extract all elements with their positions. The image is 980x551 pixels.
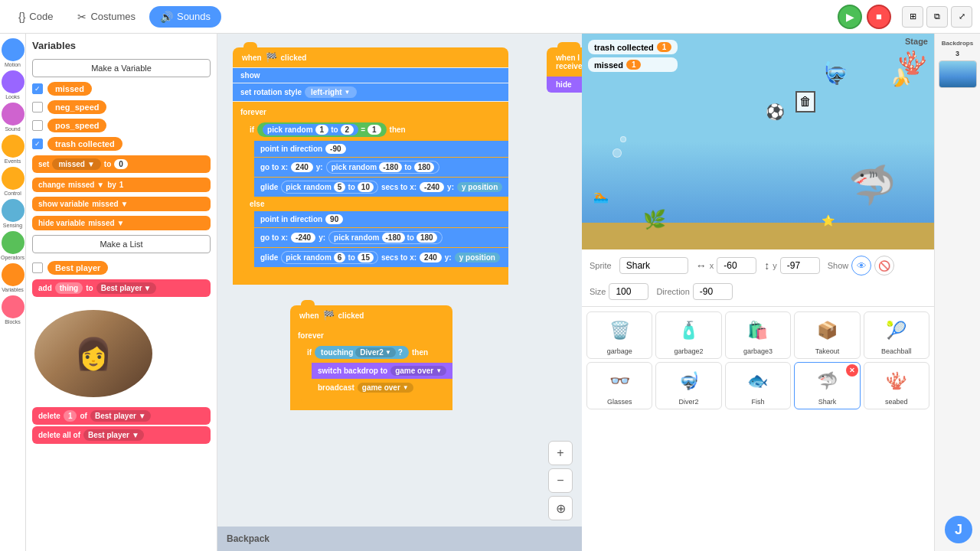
var-pill-pos-speed[interactable]: pos_speed [47, 119, 106, 132]
stage-badges: trash collected 1 missed 1 [588, 40, 678, 72]
green-flag-button[interactable]: ▶ [838, 5, 862, 29]
x-coord-input[interactable] [717, 257, 756, 274]
when-clicked-hat-1: when 🏁 clicked [233, 47, 508, 67]
delete-num-field[interactable]: 1 [64, 410, 77, 422]
direction-label: Direction [656, 287, 689, 296]
category-sound[interactable]: Sound [2, 103, 24, 132]
make-list-button[interactable]: Make a List [32, 235, 211, 253]
badge-missed: missed 1 [588, 57, 678, 72]
point-direction-cmd-2[interactable]: point in direction 90 [254, 211, 508, 227]
sprite-card-glasses[interactable]: 👓 Glasses [586, 362, 652, 409]
hide-var-block[interactable]: hide variable missed ▼ [32, 216, 211, 230]
change-value-field[interactable]: 1 [119, 181, 124, 189]
category-sensing[interactable]: Sensing [2, 199, 24, 228]
goto-cmd-1[interactable]: go to x: 240 y: pick random -180 to 180 [254, 158, 508, 177]
var-checkbox-missed[interactable] [32, 83, 43, 94]
code-canvas[interactable]: when 🏁 clicked show set rotation style l… [217, 34, 582, 551]
direction-input[interactable] [693, 283, 733, 300]
layout-medium-button[interactable]: ⧉ [926, 6, 948, 28]
sprite-card-garbage2[interactable]: 🧴 garbage2 [655, 311, 721, 359]
add-list-dropdown[interactable]: Best player ▼ [96, 282, 156, 294]
delete-all-dropdown[interactable]: Best player ▼ [83, 429, 144, 441]
sprite-card-takeout[interactable]: 📦 Takeout [794, 311, 860, 359]
delete-block[interactable]: delete 1 of Best player ▼ [32, 407, 211, 425]
rotation-cmd[interactable]: set rotation style left-right ▼ [233, 83, 508, 101]
set-value-field[interactable]: 0 [114, 159, 128, 169]
hide-eye-button[interactable]: 🚫 [874, 256, 894, 276]
tab-sounds[interactable]: 🔊 Sounds [149, 6, 221, 28]
main-content: Motion Looks Sound Events Control Sensin… [0, 34, 980, 551]
block-stack-1[interactable]: when 🏁 clicked show set rotation style l… [233, 47, 508, 285]
layout-small-button[interactable]: ⊞ [902, 6, 923, 28]
sprite-card-diver2[interactable]: 🤿 Diver2 [655, 362, 721, 409]
sprite-card-shark[interactable]: ✕ 🦈 Shark [794, 362, 860, 409]
var-checkbox-pos-speed[interactable] [32, 120, 43, 131]
change-var-dropdown[interactable]: missed ▼ [68, 181, 104, 189]
show-var-block[interactable]: show variable missed ▼ [32, 197, 211, 211]
category-blocks[interactable]: Blocks [2, 295, 24, 324]
category-looks[interactable]: Looks [2, 70, 24, 99]
fit-screen-button[interactable]: ⊕ [548, 496, 573, 520]
var-pill-missed[interactable]: missed [47, 82, 92, 96]
set-var-dropdown[interactable]: missed ▼ [52, 158, 100, 170]
y-coord-input[interactable] [780, 257, 820, 274]
backdrop-thumbnail[interactable] [939, 60, 977, 88]
category-motion[interactable]: Motion [2, 38, 24, 67]
sprite-card-fish[interactable]: 🐟 Fish [725, 362, 791, 409]
hide-cmd[interactable]: hide [547, 77, 582, 93]
badge-trash-collected: trash collected 1 [588, 40, 678, 54]
make-variable-button[interactable]: Make a Variable [32, 59, 211, 77]
layout-full-button[interactable]: ⤢ [951, 6, 972, 28]
glide-cmd-2[interactable]: glide pick random 6 to 15 secs to x: 240… [254, 248, 508, 267]
add-thing-field[interactable]: thing [55, 282, 83, 294]
hide-var-dropdown[interactable]: missed ▼ [88, 219, 124, 227]
glide-cmd-1[interactable]: glide pick random 5 to 10 secs to x: -24… [254, 178, 508, 197]
show-var-dropdown[interactable]: missed ▼ [92, 200, 128, 208]
zoom-in-button[interactable]: + [548, 441, 573, 465]
forever-block-2[interactable]: forever if touching Diver2 ▼ ? the [290, 325, 452, 410]
sprite-card-seabed[interactable]: 🪸 seabed [864, 362, 929, 409]
var-pill-neg-speed[interactable]: neg_speed [47, 100, 106, 114]
sprite-card-garbage[interactable]: 🗑️ garbage [586, 311, 652, 359]
trash-collected-count: 1 [657, 42, 672, 52]
category-events[interactable]: Events [2, 135, 24, 164]
zoom-out-button[interactable]: − [548, 468, 573, 493]
ball-item: ⚽ [766, 103, 785, 121]
backpack-bar[interactable]: Backpack [217, 527, 582, 551]
show-cmd[interactable]: show [233, 68, 508, 83]
tab-costumes[interactable]: ✂ Costumes [67, 6, 146, 28]
stop-button[interactable]: ■ [867, 5, 891, 29]
broadcast-cmd[interactable]: broadcast game over ▼ [312, 380, 452, 396]
sprite-name-garbage2: garbage2 [675, 347, 704, 355]
var-pill-best-player[interactable]: Best player [47, 261, 108, 275]
scratch-help-button[interactable]: J [945, 516, 972, 543]
show-eye-button[interactable]: 👁 [851, 256, 871, 276]
sand-floor [582, 223, 934, 249]
var-checkbox-trash-collected[interactable] [32, 139, 43, 149]
goto-cmd-2[interactable]: go to x: -240 y: pick random -180 to 180 [254, 228, 508, 247]
tab-code[interactable]: {} Code [8, 6, 64, 28]
block-stack-3[interactable]: when 🏁 clicked forever if touching Diver… [290, 305, 452, 410]
sprite-name-input[interactable] [619, 257, 688, 274]
point-direction-cmd-1[interactable]: point in direction -90 [254, 141, 508, 157]
change-block[interactable]: change missed ▼ by 1 [32, 178, 211, 192]
category-operators[interactable]: Operators [1, 231, 24, 260]
backdrops-section: Backdrops 3 [934, 34, 980, 551]
category-control[interactable]: Control [2, 167, 24, 196]
switch-backdrop-cmd[interactable]: switch backdrop to game over ▼ [312, 363, 452, 379]
backdrops-label: Backdrops [942, 40, 973, 47]
delete-all-block[interactable]: delete all of Best player ▼ [32, 426, 211, 444]
forever-block[interactable]: forever if pick random 1 to 2 = 1 then [233, 102, 508, 285]
set-block[interactable]: set missed ▼ to 0 [32, 155, 211, 173]
var-pill-trash-collected[interactable]: trash collected [47, 137, 122, 151]
block-stack-2[interactable]: when I receive game over ▼ → hide [547, 47, 582, 93]
var-checkbox-best-player[interactable] [32, 262, 43, 273]
size-input[interactable] [609, 283, 648, 300]
category-variables[interactable]: Variables [2, 263, 24, 292]
delete-list-dropdown[interactable]: Best player ▼ [90, 410, 151, 422]
sprite-card-beachball[interactable]: 🎾 Beachball [864, 311, 929, 359]
sprite-card-garbage3[interactable]: 🛍️ garbage3 [725, 311, 791, 359]
add-to-list-block[interactable]: add thing to Best player ▼ [32, 279, 211, 297]
var-checkbox-neg-speed[interactable] [32, 102, 43, 112]
shark-delete-badge[interactable]: ✕ [846, 364, 858, 377]
